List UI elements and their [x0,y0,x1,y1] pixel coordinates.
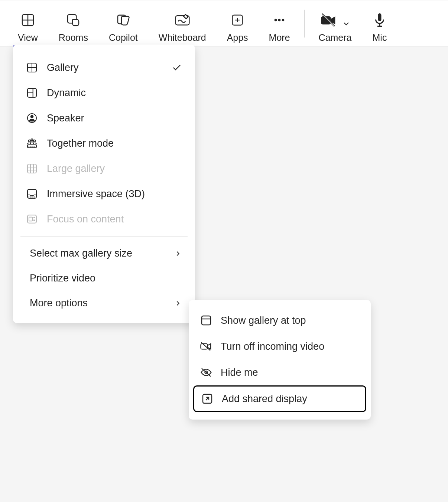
toolbar-whiteboard[interactable]: Whiteboard [148,0,217,46]
submenu-item-add-shared-display-label: Add shared display [222,393,307,405]
toolbar-rooms[interactable]: Rooms [48,0,98,46]
svg-point-10 [282,19,285,22]
menu-item-large-gallery-label: Large gallery [47,163,182,175]
copilot-icon [115,11,132,29]
menu-item-dynamic[interactable]: Dynamic [13,80,195,105]
rooms-icon [66,11,81,29]
meeting-toolbar: View Rooms Copilot Whiteboard [0,0,448,46]
large-gallery-icon [26,163,38,175]
gallery-top-icon [200,314,212,327]
menu-item-large-gallery: Large gallery [13,156,195,181]
svg-point-24 [31,115,33,118]
toolbar-copilot[interactable]: Copilot [98,0,148,46]
toolbar-apps-label: Apps [227,32,248,43]
speaker-icon [26,112,38,124]
camera-off-icon [319,13,337,27]
toolbar-whiteboard-label: Whiteboard [159,32,206,43]
svg-point-8 [275,19,277,22]
menu-item-select-max-gallery[interactable]: Select max gallery size [13,241,195,266]
toolbar-copilot-label: Copilot [109,32,138,43]
apps-icon [231,11,244,29]
chevron-down-icon[interactable] [342,19,351,28]
svg-point-9 [278,19,281,22]
menu-item-more-options[interactable]: More options [13,291,195,316]
toolbar-camera[interactable]: Camera [308,0,362,46]
toolbar-divider [304,10,305,38]
view-dropdown-menu: Gallery Dynamic Speaker [13,45,195,323]
submenu-item-show-gallery-top[interactable]: Show gallery at top [189,307,371,333]
toolbar-more[interactable]: More [259,0,301,46]
svg-rect-44 [29,217,32,221]
menu-item-more-options-label: More options [30,297,165,309]
svg-rect-14 [378,13,381,21]
menu-item-together-mode-label: Together mode [47,138,182,149]
menu-item-speaker-label: Speaker [47,113,182,124]
toolbar-mic[interactable]: Mic [362,0,397,46]
dropdown-divider [20,236,188,237]
menu-item-immersive-space[interactable]: Immersive space (3D) [13,181,195,206]
svg-point-27 [33,140,35,142]
menu-item-prioritize-video-label: Prioritize video [30,273,182,284]
mic-icon [373,11,386,29]
submenu-item-hide-me[interactable]: Hide me [189,359,371,385]
immersive-space-icon [26,188,38,200]
menu-item-focus-content-label: Focus on content [47,213,182,225]
toolbar-camera-label: Camera [319,32,352,43]
menu-item-dynamic-label: Dynamic [47,87,182,99]
more-options-submenu: Show gallery at top Turn off incoming vi… [189,300,371,420]
menu-item-immersive-space-label: Immersive space (3D) [47,188,182,200]
chevron-right-icon [174,299,182,307]
submenu-item-turn-off-incoming-video[interactable]: Turn off incoming video [189,333,371,359]
menu-item-gallery-label: Gallery [47,62,163,74]
gallery-icon [26,62,38,74]
checkmark-icon [172,62,182,73]
add-shared-display-icon [201,392,214,405]
toolbar-view-label: View [18,32,38,43]
view-icon [20,11,35,29]
menu-item-prioritize-video[interactable]: Prioritize video [13,266,195,291]
dynamic-icon [26,87,38,99]
submenu-item-add-shared-display[interactable]: Add shared display [193,385,366,412]
chevron-right-icon [174,250,182,258]
submenu-item-show-gallery-top-label: Show gallery at top [221,315,306,326]
menu-item-together-mode[interactable]: Together mode [13,131,195,156]
menu-item-focus-content: Focus on content [13,206,195,232]
video-off-icon [200,340,212,353]
submenu-item-hide-me-label: Hide me [221,367,258,378]
toolbar-view[interactable]: View [7,0,48,46]
together-mode-icon [26,137,38,149]
menu-item-select-max-gallery-label: Select max gallery size [30,248,165,259]
menu-item-gallery[interactable]: Gallery [13,55,195,80]
svg-point-26 [31,139,33,141]
focus-content-icon [26,213,38,225]
toolbar-rooms-label: Rooms [59,32,88,43]
more-icon [272,11,287,29]
whiteboard-icon [174,11,191,29]
svg-point-25 [29,140,30,142]
svg-rect-48 [202,316,211,325]
toolbar-apps[interactable]: Apps [217,0,259,46]
submenu-item-turn-off-incoming-video-label: Turn off incoming video [221,341,324,352]
toolbar-mic-label: Mic [373,32,387,43]
toolbar-more-label: More [269,32,290,43]
menu-item-speaker[interactable]: Speaker [13,105,195,131]
hide-me-icon [200,366,212,379]
svg-rect-33 [27,164,36,173]
